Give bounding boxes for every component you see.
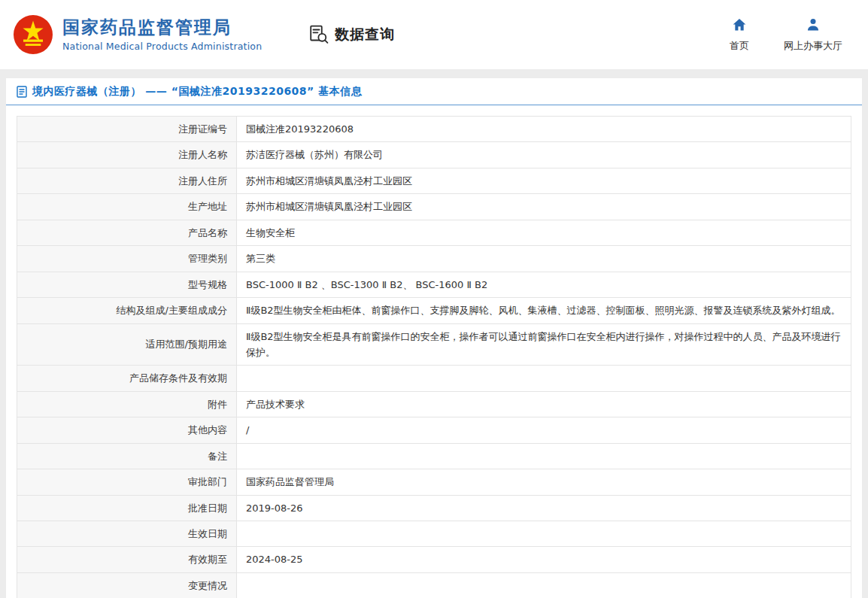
national-emblem-icon bbox=[14, 15, 53, 54]
table-row: 有效期至2024-08-25 bbox=[17, 547, 851, 572]
row-value: BSC-1000 Ⅱ B2 、BSC-1300 Ⅱ B2、 BSC-1600 Ⅱ… bbox=[237, 272, 851, 297]
table-row: 管理类别第三类 bbox=[17, 246, 851, 272]
table-row: 生产地址苏州市相城区渭塘镇凤凰泾村工业园区 bbox=[17, 194, 851, 220]
table-row: 审批部门国家药品监督管理局 bbox=[17, 469, 851, 495]
site-header: 国家药品监督管理局 National Medical Products Admi… bbox=[0, 0, 868, 69]
table-row: 结构及组成/主要组成成分Ⅱ级B2型生物安全柜由柜体、前窗操作口、支撑脚及脚轮、风… bbox=[17, 298, 851, 323]
data-query-label: 数据查询 bbox=[335, 25, 395, 44]
info-panel: 境内医疗器械（注册） —— “国械注准20193220608” 基本信息 注册证… bbox=[6, 78, 862, 598]
org-names: 国家药品监督管理局 National Medical Products Admi… bbox=[62, 17, 262, 52]
row-label: 产品名称 bbox=[17, 220, 237, 245]
row-value: 生物安全柜 bbox=[237, 220, 851, 245]
row-value: / bbox=[237, 417, 851, 443]
row-label: 附件 bbox=[17, 391, 237, 417]
header-nav: 首页 网上办事大厅 bbox=[730, 17, 842, 53]
document-icon bbox=[17, 86, 27, 98]
nav-home[interactable]: 首页 bbox=[730, 17, 749, 53]
table-row: 注册人名称苏洁医疗器械（苏州）有限公司 bbox=[17, 142, 851, 168]
main-content: 境内医疗器械（注册） —— “国械注准20193220608” 基本信息 注册证… bbox=[0, 69, 868, 598]
row-label: 注册人住所 bbox=[17, 168, 237, 193]
row-label: 结构及组成/主要组成成分 bbox=[17, 298, 237, 323]
row-value bbox=[237, 521, 851, 547]
registration-info-table: 注册证编号国械注准20193220608注册人名称苏洁医疗器械（苏州）有限公司注… bbox=[17, 116, 851, 598]
row-label: 审批部门 bbox=[17, 469, 237, 495]
table-row: 注册证编号国械注准20193220608 bbox=[17, 117, 851, 142]
row-value: 2019-08-26 bbox=[237, 495, 851, 521]
row-label: 有效期至 bbox=[17, 547, 237, 572]
org-name-english: National Medical Products Administration bbox=[62, 41, 262, 52]
row-value: 国械注准20193220608 bbox=[237, 117, 851, 142]
row-label: 注册人名称 bbox=[17, 142, 237, 168]
user-icon bbox=[806, 17, 821, 35]
nav-data-query[interactable]: 数据查询 bbox=[308, 24, 395, 45]
table-row: 批准日期2019-08-26 bbox=[17, 495, 851, 521]
row-value: 2024-08-25 bbox=[237, 547, 851, 572]
row-label: 变更情况 bbox=[17, 572, 237, 598]
table-row: 备注 bbox=[17, 443, 851, 469]
table-row: 产品名称生物安全柜 bbox=[17, 220, 851, 245]
row-label: 备注 bbox=[17, 443, 237, 469]
row-label: 其他内容 bbox=[17, 417, 237, 443]
row-label: 适用范围/预期用途 bbox=[17, 323, 237, 366]
nav-service-hall-label: 网上办事大厅 bbox=[784, 39, 842, 53]
row-value bbox=[237, 443, 851, 469]
row-value bbox=[237, 572, 851, 598]
site-logo[interactable]: 国家药品监督管理局 National Medical Products Admi… bbox=[14, 15, 262, 54]
row-value: Ⅱ级B2型生物安全柜由柜体、前窗操作口、支撑脚及脚轮、风机、集液槽、过滤器、控制… bbox=[237, 298, 851, 323]
nav-home-label: 首页 bbox=[730, 39, 749, 53]
row-value: 苏州市相城区渭塘镇凤凰泾村工业园区 bbox=[237, 194, 851, 220]
row-label: 管理类别 bbox=[17, 246, 237, 272]
table-row: 产品储存条件及有效期 bbox=[17, 366, 851, 391]
table-row: 生效日期 bbox=[17, 521, 851, 547]
table-row: 变更情况 bbox=[17, 572, 851, 598]
row-value: Ⅱ级B2型生物安全柜是具有前窗操作口的安全柜，操作者可以通过前窗操作口在安全柜内… bbox=[237, 323, 851, 366]
table-wrap: 注册证编号国械注准20193220608注册人名称苏洁医疗器械（苏州）有限公司注… bbox=[6, 105, 862, 598]
nav-service-hall[interactable]: 网上办事大厅 bbox=[784, 17, 842, 53]
row-label: 生效日期 bbox=[17, 521, 237, 547]
data-query-icon bbox=[308, 24, 329, 45]
org-name-chinese: 国家药品监督管理局 bbox=[62, 17, 262, 38]
home-icon bbox=[732, 17, 747, 35]
row-label: 生产地址 bbox=[17, 194, 237, 220]
table-row: 型号规格BSC-1000 Ⅱ B2 、BSC-1300 Ⅱ B2、 BSC-16… bbox=[17, 272, 851, 297]
row-label: 注册证编号 bbox=[17, 117, 237, 142]
row-value: 产品技术要求 bbox=[237, 391, 851, 417]
row-value: 苏洁医疗器械（苏州）有限公司 bbox=[237, 142, 851, 168]
row-value: 国家药品监督管理局 bbox=[237, 469, 851, 495]
page-title: 境内医疗器械（注册） —— “国械注准20193220608” 基本信息 bbox=[32, 85, 362, 99]
page-title-bar: 境内医疗器械（注册） —— “国械注准20193220608” 基本信息 bbox=[6, 78, 862, 105]
row-value: 第三类 bbox=[237, 246, 851, 272]
table-row: 附件产品技术要求 bbox=[17, 391, 851, 417]
table-row: 适用范围/预期用途Ⅱ级B2型生物安全柜是具有前窗操作口的安全柜，操作者可以通过前… bbox=[17, 323, 851, 366]
row-label: 型号规格 bbox=[17, 272, 237, 297]
table-row: 注册人住所苏州市相城区渭塘镇凤凰泾村工业园区 bbox=[17, 168, 851, 193]
row-label: 产品储存条件及有效期 bbox=[17, 366, 237, 391]
row-value: 苏州市相城区渭塘镇凤凰泾村工业园区 bbox=[237, 168, 851, 193]
row-label: 批准日期 bbox=[17, 495, 237, 521]
row-value bbox=[237, 366, 851, 391]
table-row: 其他内容/ bbox=[17, 417, 851, 443]
